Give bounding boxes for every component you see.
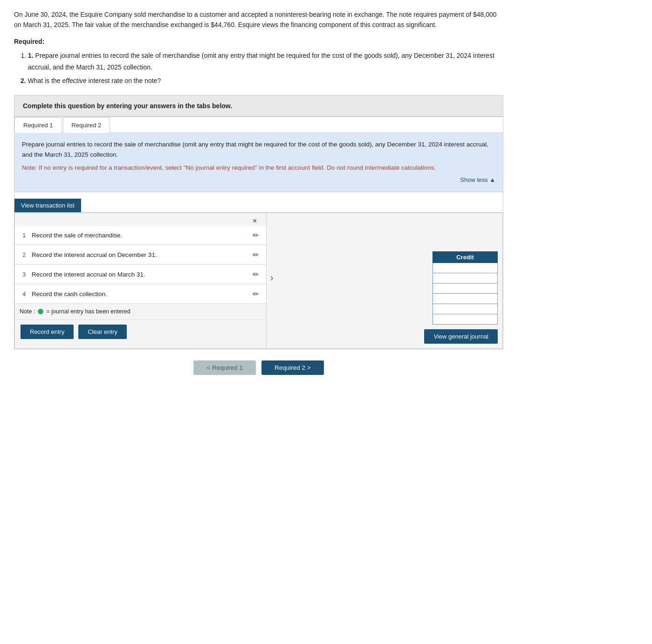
right-side-panel: › Credit View general journal [267, 213, 502, 348]
credit-row-6[interactable] [432, 314, 498, 325]
credit-table: Credit [432, 251, 498, 325]
intro-paragraph: On June 30, 2024, the Esquire Company so… [14, 9, 503, 30]
required-item-1: 1. Prepare journal entries to record the… [28, 50, 503, 73]
transaction-desc-4: Record the cash collection. [32, 291, 249, 298]
tab-required-2[interactable]: Required 2 [63, 118, 110, 133]
transaction-num-4: 4 [22, 291, 32, 298]
required-item-2: 2. What is the effective interest rate o… [21, 75, 503, 87]
credit-row-1[interactable] [432, 263, 498, 273]
chevron-right-icon[interactable]: › [270, 272, 274, 283]
transaction-desc-1: Record the sale of merchandise. [32, 232, 249, 239]
transaction-row: 1 Record the sale of merchandise. ✏ [15, 226, 266, 245]
view-general-journal-button[interactable]: View general journal [424, 329, 498, 344]
note-label: Note : [20, 308, 35, 315]
transaction-list: × 1 Record the sale of merchandise. ✏ 2 … [15, 213, 267, 348]
tabs-header: Required 1 Required 2 [14, 117, 503, 133]
required-list: 1. Prepare journal entries to record the… [28, 50, 503, 87]
transaction-desc-2: Record the interest accrual on December … [32, 251, 249, 258]
nav-next-button[interactable]: Required 2 > [261, 360, 324, 375]
transaction-num-3: 3 [22, 271, 32, 278]
credit-row-2[interactable] [432, 273, 498, 284]
transaction-row: 4 Record the cash collection. ✏ [15, 285, 266, 304]
edit-icon-2[interactable]: ✏ [253, 250, 259, 259]
transaction-row: 2 Record the interest accrual on Decembe… [15, 246, 266, 264]
clear-entry-button[interactable]: Clear entry [78, 325, 127, 339]
full-panel: Required 1 Required 2 Prepare journal en… [14, 117, 503, 349]
tab-content: Prepare journal entries to record the sa… [14, 133, 503, 192]
complete-box-text: Complete this question by entering your … [23, 102, 232, 110]
transaction-num-2: 2 [22, 251, 32, 258]
credit-row-4[interactable] [432, 294, 498, 304]
credit-header: Credit [432, 251, 498, 263]
transaction-num-1: 1 [22, 232, 32, 239]
green-dot-icon [38, 309, 43, 314]
credit-row-3[interactable] [432, 284, 498, 294]
close-icon[interactable]: × [253, 217, 257, 225]
note-description: = journal entry has been entered [46, 308, 130, 315]
show-less-link[interactable]: Show less ▲ [22, 173, 495, 185]
tab-required-1[interactable]: Required 1 [14, 118, 62, 133]
record-entry-button[interactable]: Record entry [21, 325, 74, 339]
required-heading: Required: [14, 38, 503, 45]
transaction-desc-3: Record the interest accrual on March 31. [32, 271, 249, 278]
transaction-panel: × 1 Record the sale of merchandise. ✏ 2 … [14, 213, 503, 349]
nav-footer: < Required 1 Required 2 > [14, 360, 503, 375]
edit-icon-4[interactable]: ✏ [253, 290, 259, 298]
edit-icon-3[interactable]: ✏ [253, 270, 259, 279]
note-line: Note : = journal entry has been entered [20, 308, 266, 315]
complete-box: Complete this question by entering your … [14, 95, 503, 117]
transaction-row: 3 Record the interest accrual on March 3… [15, 265, 266, 284]
tab-main-text: Prepare journal entries to record the sa… [22, 141, 488, 158]
credit-row-5[interactable] [432, 304, 498, 314]
bottom-buttons: Record entry Clear entry [15, 319, 266, 344]
edit-icon-1[interactable]: ✏ [253, 231, 259, 240]
view-transaction-button[interactable]: View transaction list [14, 199, 81, 212]
tab-note-text: Note: If no entry is required for a tran… [22, 163, 495, 173]
nav-prev-button[interactable]: < Required 1 [193, 360, 256, 375]
